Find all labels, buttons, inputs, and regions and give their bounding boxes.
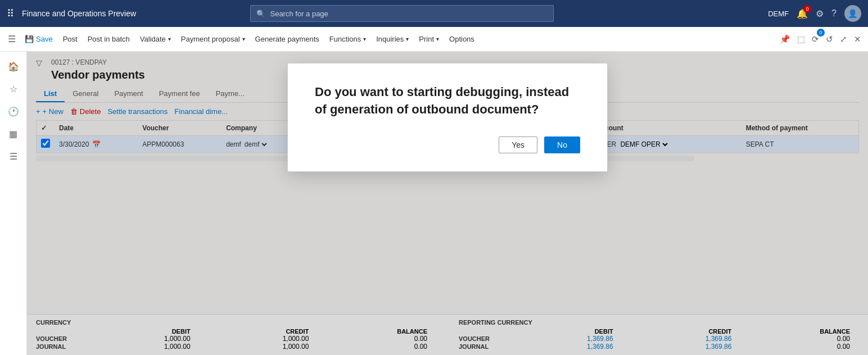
help-icon[interactable]: ? bbox=[831, 8, 837, 19]
search-bar[interactable]: 🔍 Search for a page bbox=[250, 5, 554, 22]
print-chevron-icon: ▾ bbox=[436, 36, 439, 42]
inquiries-chevron-icon: ▾ bbox=[406, 36, 409, 42]
sidebar: 🏠 ☆ 🕐 ▦ ☰ bbox=[0, 52, 27, 355]
fullscreen-icon[interactable]: ⤢ bbox=[838, 32, 849, 47]
functions-chevron-icon: ▾ bbox=[363, 36, 366, 42]
notification-icon[interactable]: 🔔 0 bbox=[797, 8, 808, 19]
payment-proposal-button[interactable]: Payment proposal ▾ bbox=[177, 33, 250, 45]
refresh-icon[interactable]: ↺ bbox=[824, 32, 835, 47]
generate-payments-button[interactable]: Generate payments bbox=[251, 33, 324, 45]
inquiries-button[interactable]: Inquiries ▾ bbox=[372, 33, 413, 45]
modal-overlay: Do you want to starting debugging, inste… bbox=[27, 52, 868, 355]
modal-buttons: Yes No bbox=[315, 136, 580, 153]
refresh-badge-icon[interactable]: ⟳ 0 bbox=[810, 32, 821, 47]
modal-message: Do you want to starting debugging, inste… bbox=[315, 84, 580, 119]
save-icon: 💾 bbox=[25, 35, 34, 43]
top-nav: ⠿ Finance and Operations Preview 🔍 Searc… bbox=[0, 0, 868, 27]
save-button[interactable]: 💾 Save bbox=[20, 33, 57, 45]
functions-button[interactable]: Functions ▾ bbox=[325, 33, 370, 45]
modal-yes-button[interactable]: Yes bbox=[499, 136, 537, 153]
payment-proposal-chevron-icon: ▾ bbox=[242, 36, 245, 42]
validate-chevron-icon: ▾ bbox=[168, 36, 171, 42]
sidebar-toggle-icon[interactable]: ⬚ bbox=[795, 32, 807, 47]
sidebar-list-icon[interactable]: ☰ bbox=[3, 146, 24, 166]
sidebar-dashboard-icon[interactable]: ▦ bbox=[3, 124, 24, 144]
sidebar-recent-icon[interactable]: 🕐 bbox=[3, 101, 24, 121]
toolbar-right: 📌 ⬚ ⟳ 0 ↺ ⤢ ✕ bbox=[777, 32, 864, 47]
notification-badge: 0 bbox=[803, 5, 811, 13]
pin-icon[interactable]: 📌 bbox=[777, 32, 793, 47]
sidebar-home-icon[interactable]: 🏠 bbox=[3, 56, 24, 76]
modal-dialog: Do you want to starting debugging, inste… bbox=[287, 63, 608, 172]
main-area: 🏠 ☆ 🕐 ▦ ☰ ▽ 00127 : VENDPAY Vendor payme… bbox=[0, 52, 868, 355]
modal-no-button[interactable]: No bbox=[544, 136, 580, 153]
hamburger-icon[interactable]: ☰ bbox=[4, 31, 19, 47]
user-name: DEMF bbox=[768, 10, 789, 18]
toolbar: ☰ 💾 Save Post Post in batch Validate ▾ P… bbox=[0, 27, 868, 52]
search-icon: 🔍 bbox=[256, 10, 265, 18]
validate-button[interactable]: Validate ▾ bbox=[135, 33, 175, 45]
close-icon[interactable]: ✕ bbox=[852, 32, 864, 47]
search-placeholder: Search for a page bbox=[270, 10, 328, 18]
options-button[interactable]: Options bbox=[445, 33, 479, 45]
app-grid-icon[interactable]: ⠿ bbox=[7, 7, 14, 20]
print-button[interactable]: Print ▾ bbox=[414, 33, 444, 45]
app-title: Finance and Operations Preview bbox=[22, 9, 136, 18]
top-nav-right: DEMF 🔔 0 ⚙ ? 👤 bbox=[768, 5, 861, 22]
post-in-batch-button[interactable]: Post in batch bbox=[83, 33, 134, 45]
settings-icon[interactable]: ⚙ bbox=[816, 8, 824, 19]
avatar[interactable]: 👤 bbox=[844, 5, 861, 22]
content-area: ▽ 00127 : VENDPAY Vendor payments List G… bbox=[27, 52, 868, 355]
post-button[interactable]: Post bbox=[58, 33, 82, 45]
sidebar-star-icon[interactable]: ☆ bbox=[3, 79, 24, 99]
